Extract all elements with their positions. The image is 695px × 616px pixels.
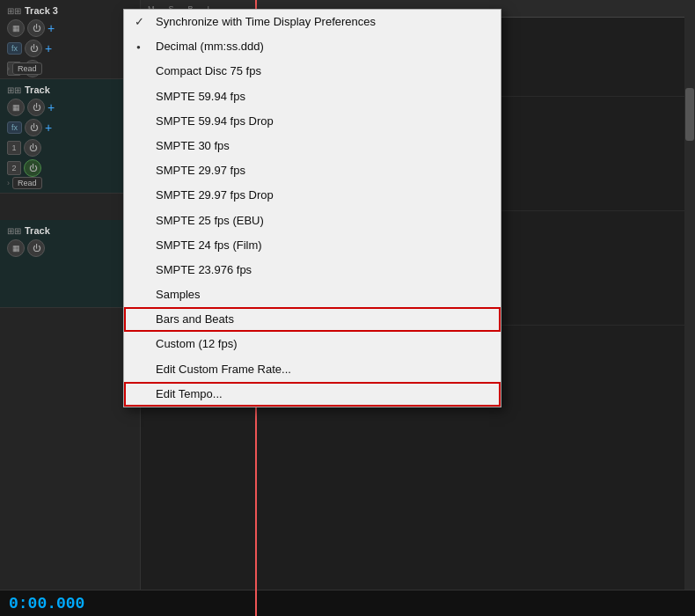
menu-item-edit-tempo[interactable]: Edit Tempo...	[124, 382, 501, 407]
scrollbar-thumb[interactable]	[685, 88, 694, 141]
track-2-power-btn-2[interactable]: ⏻	[25, 119, 42, 136]
track-2-meter-icon[interactable]: ▦	[7, 99, 25, 116]
track-2-add-btn[interactable]: +	[48, 100, 55, 114]
track-1-power-btn-2[interactable]: ⏻	[25, 40, 42, 57]
timecode-display: 0:00.000	[9, 595, 84, 612]
track-2-num-2[interactable]: 2	[7, 161, 21, 175]
track-2-add-btn-2[interactable]: +	[45, 121, 52, 135]
track-1-name: Track 3	[25, 5, 58, 16]
track-2-power-btn-4[interactable]: ⏻	[24, 159, 41, 177]
vertical-scrollbar[interactable]	[684, 0, 695, 590]
track-1-fx-controls: fx ⏻ +	[7, 40, 136, 57]
menu-item-sync[interactable]: Synchronize with Time Display Preference…	[124, 10, 501, 34]
track-2-fx-btn[interactable]: fx	[7, 121, 22, 134]
track-1-meter-icon[interactable]: ▦	[7, 19, 25, 37]
track-3-waveform-icon: ⊞⊞	[7, 226, 21, 236]
track-2: ⊞⊞ Track ▦ ⏻ + fx ⏻ + 1 ⏻ 2 ⏻ › Read	[0, 79, 140, 194]
menu-item-smpte25ebu[interactable]: SMPTE 25 fps (EBU)	[124, 209, 501, 233]
track-2-waveform-icon: ⊞⊞	[7, 85, 21, 95]
track-2-fx-controls: fx ⏻ +	[7, 119, 136, 136]
track-1: ⊞⊞ Track 3 ▦ ⏻ + fx ⏻ + 1 ⏻ 2 ⏻ › Read	[0, 0, 140, 79]
track-2-read-btn[interactable]: Read	[12, 177, 42, 189]
track-2-num-controls: 1 ⏻	[7, 139, 136, 157]
track-2-num-1[interactable]: 1	[7, 141, 21, 155]
menu-item-samples[interactable]: Samples	[124, 282, 501, 307]
track-3-meter-icon[interactable]: ▦	[7, 239, 25, 257]
track-2-read-area: › Read	[7, 177, 42, 187]
track-3-power-btn[interactable]: ⏻	[27, 239, 45, 257]
menu-item-smpte5994[interactable]: SMPTE 59.94 fps	[124, 84, 501, 109]
track-1-header: ⊞⊞ Track 3	[7, 5, 136, 16]
menu-item-cd75fps[interactable]: Compact Disc 75 fps	[124, 59, 501, 84]
track-1-power-btn[interactable]: ⏻	[27, 19, 45, 37]
track-1-read-area: › Read	[7, 62, 42, 73]
track-1-fx-btn[interactable]: fx	[7, 42, 22, 55]
track-2-power-btn-3[interactable]: ⏻	[24, 139, 41, 157]
track-1-waveform-icon: ⊞⊞	[7, 6, 21, 16]
menu-item-smpte5994drop[interactable]: SMPTE 59.94 fps Drop	[124, 109, 501, 134]
track-1-add-btn[interactable]: +	[48, 21, 55, 35]
track-1-controls: ▦ ⏻ +	[7, 19, 136, 37]
menu-item-decimal[interactable]: Decimal (mm:ss.ddd)	[124, 34, 501, 59]
menu-item-edit-custom-frame-rate[interactable]: Edit Custom Frame Rate...	[124, 357, 501, 382]
track-2-arrow: ›	[7, 179, 10, 187]
menu-item-custom12fps[interactable]: Custom (12 fps)	[124, 332, 501, 356]
menu-item-smpte30[interactable]: SMPTE 30 fps	[124, 134, 501, 158]
track-2-controls: ▦ ⏻ +	[7, 99, 136, 116]
track-1-arrow: ›	[7, 64, 10, 73]
track-2-name: Track	[25, 84, 50, 95]
track-2-header: ⊞⊞ Track	[7, 84, 136, 95]
track-1-read-btn[interactable]: Read	[12, 62, 42, 75]
track-1-add-btn-2[interactable]: +	[45, 41, 52, 55]
menu-item-smpte23976[interactable]: SMPTE 23.976 fps	[124, 258, 501, 282]
menu-item-bars-beats[interactable]: Bars and Beats	[124, 307, 501, 332]
track-3-controls: ▦ ⏻	[7, 239, 136, 257]
track-3-name: Track	[25, 225, 50, 236]
status-bar: 0:00.000	[0, 590, 695, 616]
track-2-power-btn[interactable]: ⏻	[27, 99, 45, 116]
track-panel: ⊞⊞ Track 3 ▦ ⏻ + fx ⏻ + 1 ⏻ 2 ⏻ › Read ⊞…	[0, 0, 141, 616]
menu-item-smpte2997drop[interactable]: SMPTE 29.97 fps Drop	[124, 183, 501, 208]
track-3: ⊞⊞ Track ▦ ⏻	[0, 220, 140, 308]
context-menu: Synchronize with Time Display Preference…	[123, 9, 501, 407]
track-3-header: ⊞⊞ Track	[7, 225, 136, 236]
track-2-num-controls-2: 2 ⏻	[7, 159, 136, 177]
menu-item-smpte24film[interactable]: SMPTE 24 fps (Film)	[124, 233, 501, 258]
menu-item-smpte2997[interactable]: SMPTE 29.97 fps	[124, 158, 501, 183]
